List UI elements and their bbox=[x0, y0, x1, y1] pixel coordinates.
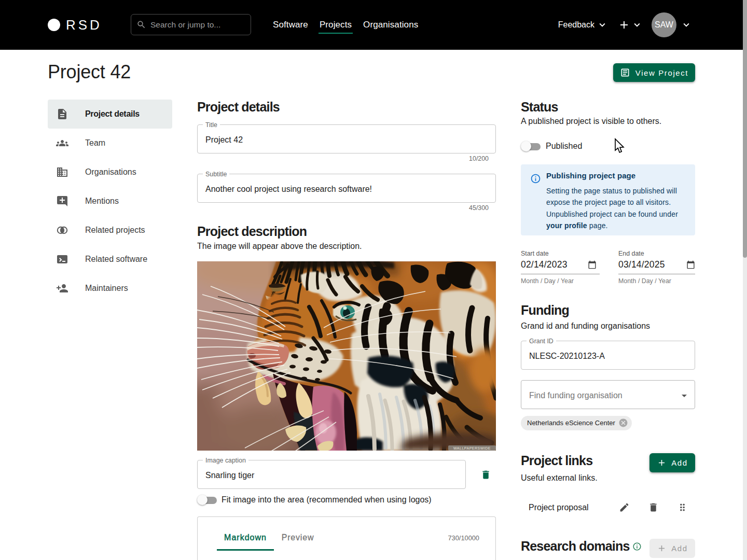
svg-text:WALLPAPERSWIDE: WALLPAPERSWIDE bbox=[453, 446, 491, 450]
